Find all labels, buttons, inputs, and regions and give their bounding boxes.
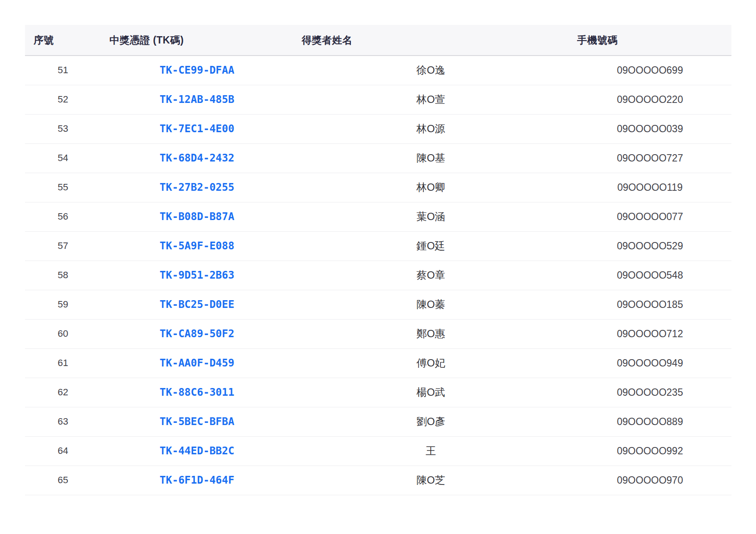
winner-name-cell: 鄭O惠	[293, 319, 569, 348]
serial-number-cell: 51	[25, 56, 101, 85]
table-header-row: 序號 中獎憑證 (TK碼) 得獎者姓名 手機號碼	[25, 25, 731, 56]
serial-number-cell: 63	[25, 407, 101, 436]
tk-code-cell: TK-7EC1-4E00	[101, 114, 293, 143]
serial-number-cell: 58	[25, 261, 101, 290]
phone-number-cell: 09OOOOO235	[569, 378, 731, 407]
phone-number-cell: 09OOOOO992	[569, 436, 731, 466]
table-row: 53TK-7EC1-4E00林O源09OOOOO039	[25, 114, 731, 143]
table-row: 54TK-68D4-2432陳O基09OOOOO727	[25, 143, 731, 173]
table-row: 61TK-AA0F-D459傅O妃09OOOOO949	[25, 348, 731, 378]
table-header: 序號 中獎憑證 (TK碼) 得獎者姓名 手機號碼	[25, 25, 731, 56]
table-row: 56TK-B08D-B87A葉O涵09OOOOO077	[25, 202, 731, 231]
page: 序號 中獎憑證 (TK碼) 得獎者姓名 手機號碼 51TK-CE99-DFAA徐…	[0, 0, 756, 534]
tk-code-cell: TK-9D51-2B63	[101, 261, 293, 290]
table-row: 60TK-CA89-50F2鄭O惠09OOOOO712	[25, 319, 731, 348]
phone-number-cell: 09OOOOO220	[569, 85, 731, 114]
phone-number-cell: 09OOOOO119	[569, 173, 731, 202]
winner-name-cell: 楊O武	[293, 378, 569, 407]
table-row: 52TK-12AB-485B林O萱09OOOOO220	[25, 85, 731, 114]
tk-code-cell: TK-12AB-485B	[101, 85, 293, 114]
serial-number-cell: 65	[25, 466, 101, 495]
tk-code-link[interactable]: TK-27B2-0255	[159, 181, 234, 193]
winner-name-cell: 蔡O章	[293, 261, 569, 290]
winner-name-cell: 葉O涵	[293, 202, 569, 231]
phone-number-cell: 09OOOOO548	[569, 261, 731, 290]
serial-number-cell: 57	[25, 231, 101, 261]
tk-code-link[interactable]: TK-88C6-3011	[159, 386, 234, 398]
phone-number-cell: 09OOOOO949	[569, 348, 731, 378]
table-row: 51TK-CE99-DFAA徐O逸09OOOOO699	[25, 56, 731, 85]
winner-name-cell: 鍾O廷	[293, 231, 569, 261]
tk-code-link[interactable]: TK-44ED-BB2C	[159, 445, 234, 457]
phone-number-cell: 09OOOOO727	[569, 143, 731, 173]
tk-code-cell: TK-88C6-3011	[101, 378, 293, 407]
tk-code-cell: TK-5A9F-E088	[101, 231, 293, 261]
tk-code-link[interactable]: TK-9D51-2B63	[159, 269, 234, 281]
phone-number-cell: 09OOOOO699	[569, 56, 731, 85]
winner-name-cell: 劉O彥	[293, 407, 569, 436]
table-row: 62TK-88C6-3011楊O武09OOOOO235	[25, 378, 731, 407]
winner-name-cell: 王	[293, 436, 569, 466]
tk-code-link[interactable]: TK-12AB-485B	[159, 93, 234, 106]
winners-table: 序號 中獎憑證 (TK碼) 得獎者姓名 手機號碼 51TK-CE99-DFAA徐…	[25, 25, 731, 495]
tk-code-cell: TK-CA89-50F2	[101, 319, 293, 348]
tk-code-cell: TK-5BEC-BFBA	[101, 407, 293, 436]
tk-code-link[interactable]: TK-5A9F-E088	[159, 240, 234, 252]
winner-name-cell: 陳O基	[293, 143, 569, 173]
table-row: 58TK-9D51-2B63蔡O章09OOOOO548	[25, 261, 731, 290]
table-row: 57TK-5A9F-E088鍾O廷09OOOOO529	[25, 231, 731, 261]
serial-number-cell: 54	[25, 143, 101, 173]
tk-code-cell: TK-BC25-D0EE	[101, 290, 293, 319]
winner-name-cell: 傅O妃	[293, 348, 569, 378]
column-header-serial: 序號	[25, 25, 101, 56]
tk-code-link[interactable]: TK-68D4-2432	[159, 152, 234, 164]
phone-number-cell: 09OOOOO970	[569, 466, 731, 495]
serial-number-cell: 52	[25, 85, 101, 114]
winner-name-cell: 林O源	[293, 114, 569, 143]
tk-code-cell: TK-6F1D-464F	[101, 466, 293, 495]
winner-name-cell: 陳O芝	[293, 466, 569, 495]
serial-number-cell: 59	[25, 290, 101, 319]
serial-number-cell: 62	[25, 378, 101, 407]
phone-number-cell: 09OOOOO039	[569, 114, 731, 143]
tk-code-link[interactable]: TK-AA0F-D459	[159, 357, 234, 369]
tk-code-cell: TK-44ED-BB2C	[101, 436, 293, 466]
table-row: 55TK-27B2-0255林O卿09OOOOO119	[25, 173, 731, 202]
tk-code-cell: TK-AA0F-D459	[101, 348, 293, 378]
serial-number-cell: 64	[25, 436, 101, 466]
phone-number-cell: 09OOOOO077	[569, 202, 731, 231]
tk-code-link[interactable]: TK-5BEC-BFBA	[159, 416, 234, 428]
winners-table-container: 序號 中獎憑證 (TK碼) 得獎者姓名 手機號碼 51TK-CE99-DFAA徐…	[25, 25, 731, 495]
column-header-tk-code: 中獎憑證 (TK碼)	[101, 25, 293, 56]
phone-number-cell: 09OOOOO185	[569, 290, 731, 319]
table-row: 63TK-5BEC-BFBA劉O彥09OOOOO889	[25, 407, 731, 436]
tk-code-cell: TK-B08D-B87A	[101, 202, 293, 231]
tk-code-cell: TK-CE99-DFAA	[101, 56, 293, 85]
serial-number-cell: 53	[25, 114, 101, 143]
tk-code-cell: TK-68D4-2432	[101, 143, 293, 173]
table-row: 59TK-BC25-D0EE陳O蓁09OOOOO185	[25, 290, 731, 319]
table-row: 64TK-44ED-BB2C王09OOOOO992	[25, 436, 731, 466]
serial-number-cell: 61	[25, 348, 101, 378]
serial-number-cell: 60	[25, 319, 101, 348]
serial-number-cell: 55	[25, 173, 101, 202]
tk-code-link[interactable]: TK-6F1D-464F	[159, 474, 234, 486]
serial-number-cell: 56	[25, 202, 101, 231]
column-header-phone: 手機號碼	[569, 25, 731, 56]
winner-name-cell: 陳O蓁	[293, 290, 569, 319]
tk-code-link[interactable]: TK-CA89-50F2	[159, 328, 234, 340]
tk-code-link[interactable]: TK-B08D-B87A	[159, 211, 234, 223]
tk-code-cell: TK-27B2-0255	[101, 173, 293, 202]
tk-code-link[interactable]: TK-BC25-D0EE	[159, 298, 234, 310]
tk-code-link[interactable]: TK-7EC1-4E00	[159, 123, 234, 135]
winner-name-cell: 徐O逸	[293, 56, 569, 85]
table-row: 65TK-6F1D-464F陳O芝09OOOOO970	[25, 466, 731, 495]
phone-number-cell: 09OOOOO889	[569, 407, 731, 436]
column-header-winner-name: 得獎者姓名	[293, 25, 569, 56]
table-body: 51TK-CE99-DFAA徐O逸09OOOOO69952TK-12AB-485…	[25, 56, 731, 495]
tk-code-link[interactable]: TK-CE99-DFAA	[159, 64, 234, 76]
phone-number-cell: 09OOOOO712	[569, 319, 731, 348]
winner-name-cell: 林O卿	[293, 173, 569, 202]
phone-number-cell: 09OOOOO529	[569, 231, 731, 261]
winner-name-cell: 林O萱	[293, 85, 569, 114]
